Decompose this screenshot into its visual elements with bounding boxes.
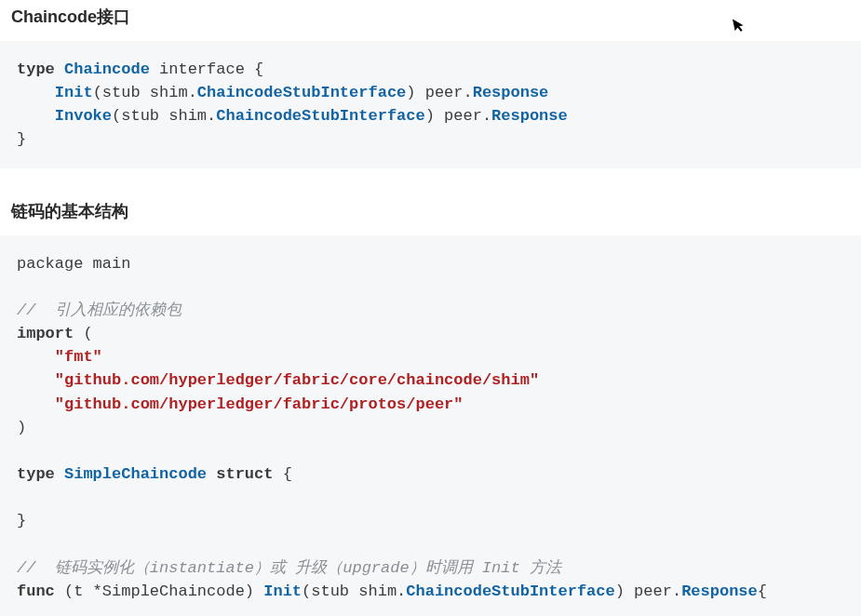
code-text: package main <box>17 255 130 273</box>
string-literal: "fmt" <box>55 348 102 366</box>
keyword-type: type <box>17 465 55 483</box>
code-text: ) peer. <box>425 107 491 125</box>
code-text: { <box>273 465 291 483</box>
code-text: interface { <box>150 60 263 78</box>
code-text: ( <box>74 325 92 342</box>
code-indent <box>17 348 55 366</box>
keyword-struct: struct <box>216 465 273 483</box>
code-text: ) <box>17 419 26 436</box>
string-literal: "github.com/hyperledger/fabric/protos/pe… <box>55 395 464 413</box>
code-indent <box>17 107 55 125</box>
code-text: ) peer. <box>406 84 472 101</box>
type-name: Response <box>491 107 568 125</box>
code-text: ) peer. <box>615 583 681 600</box>
code-text: (stub shim. <box>302 583 406 600</box>
section2-heading: 链码的基本结构 <box>0 194 861 235</box>
method-name: Init <box>55 84 93 101</box>
type-name: ChaincodeStubInterface <box>216 107 424 125</box>
code-comment: // 链码实例化（instantiate）或 升级（upgrade）时调用 In… <box>17 559 561 577</box>
code-text <box>55 465 64 483</box>
type-name: Response <box>681 583 758 600</box>
code-text <box>55 60 64 78</box>
code-indent <box>17 84 55 101</box>
type-name: Chaincode <box>64 60 150 78</box>
code-block-2: package main // 引入相应的依赖包 import ( "fmt" … <box>0 235 861 616</box>
code-text: (stub shim. <box>112 107 216 125</box>
code-text: } <box>17 512 26 529</box>
code-indent <box>17 395 55 413</box>
code-comment: // 引入相应的依赖包 <box>17 301 182 319</box>
type-name: Response <box>473 84 549 101</box>
keyword-type: type <box>17 60 55 78</box>
keyword-func: func <box>17 583 55 600</box>
code-text <box>207 465 216 483</box>
code-indent <box>17 371 55 389</box>
code-text: } <box>17 130 26 148</box>
code-block-1: type Chaincode interface { Init(stub shi… <box>0 41 861 168</box>
code-text: { <box>758 583 767 600</box>
keyword-import: import <box>17 325 74 342</box>
method-name: Invoke <box>55 107 112 125</box>
code-text: (stub shim. <box>93 84 197 101</box>
method-name: Init <box>263 583 302 600</box>
string-literal: "github.com/hyperledger/fabric/core/chai… <box>55 371 539 389</box>
code-text: (t *SimpleChaincode) <box>55 583 263 600</box>
type-name: ChaincodeStubInterface <box>406 583 614 600</box>
type-name: ChaincodeStubInterface <box>197 84 406 101</box>
type-name: SimpleChaincode <box>64 465 207 483</box>
